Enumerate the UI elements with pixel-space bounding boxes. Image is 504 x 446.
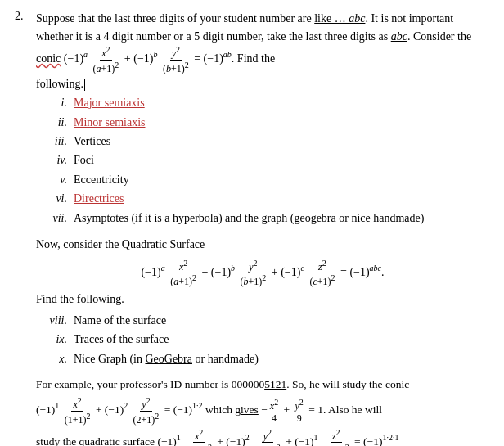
item-label: x. — [44, 350, 67, 368]
item-text: Foci — [74, 151, 94, 169]
nice-graph: Nice Graph (in GeoGebra or handmade) — [74, 350, 259, 368]
item-text: Eccentricity — [74, 171, 129, 189]
like-abc-text: like … abc — [314, 12, 365, 25]
quadratic-formula: (−1)a x2(a+1)2 + (−1)b y2(b+1)2 + (−1)c … — [36, 259, 489, 288]
traces-of-surface: Traces of the surface — [74, 331, 169, 349]
list-item: ix. Traces of the surface — [44, 331, 489, 349]
list-item: vii. Asymptotes (if it is a hyperbola) a… — [44, 209, 489, 228]
item-text: Major semiaxis — [74, 94, 145, 112]
example-id: 5121 — [264, 378, 286, 390]
problem-container: 2. Suppose that the last three digits of… — [15, 10, 489, 446]
item-text: Asymptotes (if it is a hyperbola) and th… — [74, 209, 424, 228]
list-item: viii. Name of the surface — [44, 312, 489, 330]
conic-label: conic — [36, 52, 61, 65]
item-text: Directrices — [74, 190, 124, 208]
item-label: iv. — [44, 151, 67, 169]
item-label: iii. — [44, 133, 67, 151]
item-text: Minor semiaxis — [74, 114, 146, 132]
item-label: i. — [44, 94, 67, 112]
as-abc: abc — [391, 30, 407, 43]
list-item: vi. Directrices — [44, 190, 489, 208]
example-para1: For example, your professor's ID number … — [36, 376, 489, 394]
example-para3: study the quadratic surface (−1)1 x2(1+1… — [36, 428, 489, 446]
gives-link1: gives — [235, 403, 259, 416]
problem-body: Suppose that the last three digits of yo… — [36, 10, 489, 446]
following-text: following. — [36, 78, 85, 91]
list-item: iv. Foci — [44, 151, 489, 169]
following-line: following. — [36, 78, 489, 91]
item-label: ii. — [44, 114, 67, 132]
geogebra-link1[interactable]: geogebra — [294, 212, 335, 224]
major-semiaxis: Major semiaxis — [74, 97, 145, 109]
intro-paragraph: Suppose that the last three digits of yo… — [36, 10, 489, 74]
geogebra-link2[interactable]: GeoGebra — [145, 353, 192, 365]
quadratic-intro: Now, consider the Quadratic Surface — [36, 236, 489, 254]
items-list: i. Major semiaxis ii. Minor semiaxis iii… — [44, 94, 489, 228]
find-following: Find the following. — [36, 291, 489, 309]
name-of-surface: Name of the surface — [74, 312, 166, 330]
item-label: v. — [44, 171, 67, 189]
list-item: v. Eccentricity — [44, 171, 489, 189]
text-cursor — [84, 79, 85, 91]
item-label: ix. — [44, 331, 67, 349]
minor-semiaxis: Minor semiaxis — [74, 116, 146, 128]
problem-number: 2. — [15, 10, 29, 446]
list-item: x. Nice Graph (in GeoGebra or handmade) — [44, 350, 489, 368]
item-label: viii. — [44, 312, 67, 330]
list-item: iii. Vertices — [44, 133, 489, 151]
item-text: Vertices — [74, 133, 110, 151]
item-label: vii. — [44, 209, 67, 228]
list-item: i. Major semiaxis — [44, 94, 489, 112]
item-label: vi. — [44, 190, 67, 208]
list-item: ii. Minor semiaxis — [44, 114, 489, 132]
directrices: Directrices — [74, 192, 124, 205]
example-section: For example, your professor's ID number … — [36, 376, 489, 446]
items-list-2: viii. Name of the surface ix. Traces of … — [44, 312, 489, 368]
example-para2: (−1)1 x2(1+1)2 + (−1)2 y2(2+1)2 = (−1)1·… — [36, 396, 489, 426]
